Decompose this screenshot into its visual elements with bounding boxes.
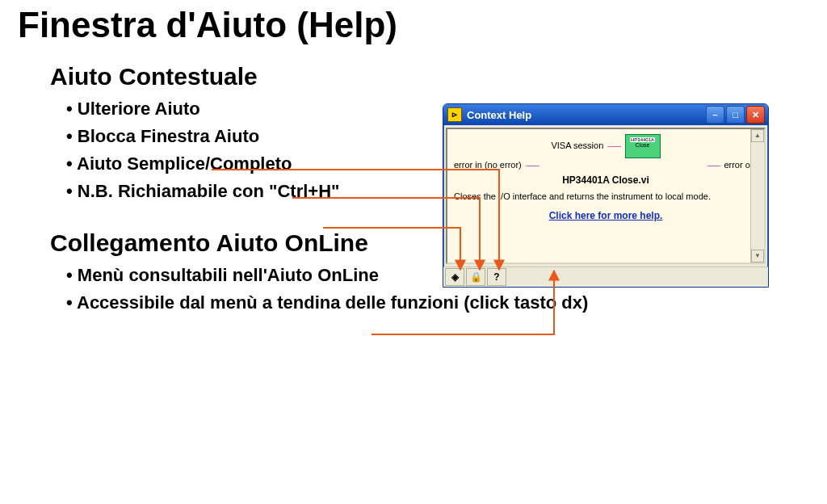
app-icon: ⊳ bbox=[447, 107, 462, 122]
vi-name: HP34401A Close.vi bbox=[454, 174, 758, 186]
maximize-button[interactable]: □ bbox=[726, 106, 745, 124]
window-title: Context Help bbox=[467, 109, 706, 121]
list-item: Accessibile dal menù a tendina delle fun… bbox=[66, 289, 809, 317]
vi-icon: HP34401A Close bbox=[625, 134, 661, 158]
context-help-window: ⊳ Context Help – □ ✕ VISA session ------… bbox=[443, 103, 769, 288]
visa-session-label: VISA session bbox=[551, 141, 603, 150]
section1-heading: Aiuto Contestuale bbox=[50, 63, 809, 90]
window-titlebar[interactable]: ⊳ Context Help – □ ✕ bbox=[443, 104, 768, 125]
lock-icon[interactable]: 🔒 bbox=[466, 268, 485, 286]
vi-description: Closes the I/O interface and returns the… bbox=[454, 191, 758, 202]
wire-dash: ------ bbox=[606, 141, 622, 150]
context-help-body: VISA session ------ HP34401A Close error… bbox=[446, 128, 766, 264]
more-help-link[interactable]: Click here for more help. bbox=[454, 210, 758, 221]
scroll-down-button[interactable]: ▼ bbox=[751, 250, 764, 262]
error-in-label: error in (no error) bbox=[454, 160, 522, 170]
minimize-button[interactable]: – bbox=[706, 106, 724, 124]
context-help-toolbar: ◈ 🔒 ? bbox=[443, 267, 768, 287]
simple-complete-icon[interactable]: ◈ bbox=[445, 268, 464, 286]
question-icon[interactable]: ? bbox=[487, 268, 506, 286]
scrollbar[interactable]: ▲ ▼ bbox=[750, 129, 764, 262]
close-button[interactable]: ✕ bbox=[746, 106, 765, 124]
scroll-up-button[interactable]: ▲ bbox=[751, 129, 764, 142]
wire-dash: ------ bbox=[707, 160, 721, 170]
wire-dash: ------ bbox=[524, 160, 539, 170]
page-title: Finestra d'Aiuto (Help) bbox=[18, 5, 809, 45]
